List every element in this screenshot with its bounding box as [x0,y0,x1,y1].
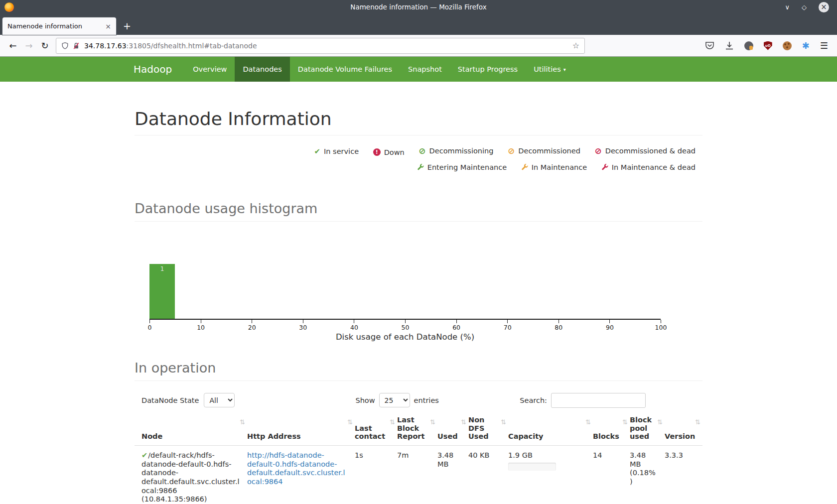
legend-in-maintenance: In Maintenance [521,160,587,175]
legend-in-service: ✔ In service [314,144,359,159]
ublock-origin-icon[interactable]: uO [764,41,772,50]
nav-item-overview[interactable]: Overview [185,57,235,82]
show-label: Show [355,396,375,404]
table-header-row: ⇅Node ⇅Http Address ⇅Last contact ⇅Last … [135,415,702,446]
legend-decommissioned-dead: ⊘ Decommissioned & dead [594,143,696,158]
pocket-icon[interactable] [705,41,714,50]
chevron-down-icon: ▾ [563,67,566,72]
histogram-axis-caption: Disk usage of each DataNode (%) [149,332,661,342]
nav-item-volume-failures[interactable]: Datanode Volume Failures [290,57,400,82]
table-controls: DataNode State All Show 25 entries Searc… [135,393,702,408]
legend-down: ! Down [373,145,405,160]
cell-blocks: 14 [593,446,630,504]
sort-icon: ⇅ [501,419,506,426]
tab-bar: Namenode information × + [0,14,837,35]
browser-toolbar: ← → ↻ 34.78.17.63:31805/dfshealth.html#t… [0,35,837,57]
search-input[interactable] [551,393,646,408]
window-title: Namenode information — Mozilla Firefox [350,3,486,11]
table-row: ✔/default-rack/hdfs-datanode-default-0.h… [135,446,702,504]
status-legend: ✔ In service ! Down ⊘ Decommissioning ⊘ … [135,143,702,176]
col-header-last-contact[interactable]: ⇅Last contact [355,415,397,446]
ban-orange-icon: ⊘ [508,147,515,155]
cell-version: 3.3.3 [665,446,702,504]
window-titlebar: Namenode information — Mozilla Firefox ∨… [0,0,837,14]
legend-in-maintenance-dead: In Maintenance & dead [601,160,696,175]
sort-icon: ⇅ [430,419,435,426]
wrench-orange-icon [521,164,528,171]
sort-icon: ⇅ [622,419,628,426]
navbar-brand[interactable]: Hadoop [134,57,185,82]
url-bar[interactable]: 34.78.17.63:31805/dfshealth.html#tab-dat… [56,38,585,54]
bookmark-star-icon[interactable]: ☆ [572,41,579,50]
nav-item-datanodes[interactable]: Datanodes [235,57,289,82]
nav-item-startup-progress[interactable]: Startup Progress [450,57,526,82]
wrench-red-icon [601,164,608,171]
col-header-node[interactable]: ⇅Node [135,415,247,446]
histogram-axis: 0102030405060708090100 [149,319,661,320]
lock-insecure-icon[interactable] [73,42,80,50]
window-maximize-icon[interactable]: ◇ [802,4,807,10]
nav-item-snapshot[interactable]: Snapshot [400,57,450,82]
col-header-blocks[interactable]: ⇅Blocks [593,415,630,446]
col-header-block-pool-used[interactable]: ⇅Block pool used [630,415,665,446]
cell-last-block-report: 7m [397,446,437,504]
col-header-capacity[interactable]: ⇅Capacity [508,415,593,446]
col-header-non-dfs-used[interactable]: ⇅Non DFS Used [468,415,508,446]
sort-icon: ⇅ [390,419,395,426]
legend-label: Entering Maintenance [427,160,507,175]
back-icon[interactable]: ← [5,40,21,51]
legend-row-1: ✔ In service ! Down ⊘ Decommissioning ⊘ … [135,143,696,160]
histogram-plot: 1 [149,264,661,319]
show-entries-select[interactable]: 25 [379,393,410,407]
cell-last-contact: 1s [355,446,397,504]
cell-http-address: http://hdfs-datanode-default-0.hdfs-data… [247,446,355,504]
privacy-extension-icon[interactable] [744,41,753,50]
col-header-used[interactable]: ⇅Used [437,415,468,446]
col-header-version[interactable]: ⇅Version [665,415,702,446]
sort-icon: ⇅ [657,419,663,426]
hamburger-menu-icon[interactable]: ☰ [820,40,828,51]
page-title: Datanode Information [135,109,702,135]
cookie-extension-icon[interactable] [783,41,792,50]
legend-decommissioning: ⊘ Decommissioning [418,143,493,158]
legend-label: Decommissioned & dead [605,143,696,158]
histogram-heading: Datanode usage histogram [135,201,702,222]
legend-label: In Maintenance [532,160,587,175]
forward-icon[interactable]: → [21,40,37,51]
nav-utilities-label: Utilities [534,65,561,73]
search-label: Search: [520,396,547,404]
shield-icon[interactable] [61,42,69,50]
sort-icon: ⇅ [585,419,591,426]
nav-item-utilities[interactable]: Utilities ▾ [526,57,574,82]
window-close-icon[interactable]: × [819,2,829,12]
new-tab-button[interactable]: + [123,21,131,31]
url-path: :31805/dfshealth.html#tab-datanode [127,42,257,50]
hadoop-navbar: Hadoop Overview Datanodes Datanode Volum… [0,57,837,82]
in-operation-heading: In operation [135,360,702,381]
datanode-state-select[interactable]: All [204,393,235,407]
reload-icon[interactable]: ↻ [37,40,53,51]
legend-label: Decommissioned [518,143,580,158]
datanode-http-link[interactable]: http://hdfs-datanode-default-0.hdfs-data… [247,451,345,486]
download-icon[interactable] [725,41,734,50]
tab-close-icon[interactable]: × [101,22,111,30]
datanodes-table: ⇅Node ⇅Http Address ⇅Last contact ⇅Last … [135,415,702,504]
tab-title: Namenode information [7,22,101,30]
check-icon: ✔ [141,451,147,459]
sort-icon: ⇅ [240,419,245,426]
sort-icon: ⇅ [347,419,353,426]
container-asterisk-icon[interactable]: ✱ [802,41,810,50]
cell-block-pool-used: 3.48 MB (0.18%) [630,446,665,504]
browser-tab[interactable]: Namenode information × [2,17,116,35]
col-header-last-block-report[interactable]: ⇅Last Block Report [397,415,437,446]
legend-row-2: Entering Maintenance In Maintenance In M… [135,160,696,176]
window-minimize-icon[interactable]: ∨ [785,4,790,10]
firefox-logo-icon [4,2,14,12]
legend-label: In Maintenance & dead [612,160,696,175]
cell-used: 3.48 MB [437,446,468,504]
legend-entering-maintenance: Entering Maintenance [417,160,507,175]
col-header-http-address[interactable]: ⇅Http Address [247,415,355,446]
capacity-value: 1.9 GB [508,451,586,460]
sort-icon: ⇅ [695,419,700,426]
check-icon: ✔ [314,144,320,159]
